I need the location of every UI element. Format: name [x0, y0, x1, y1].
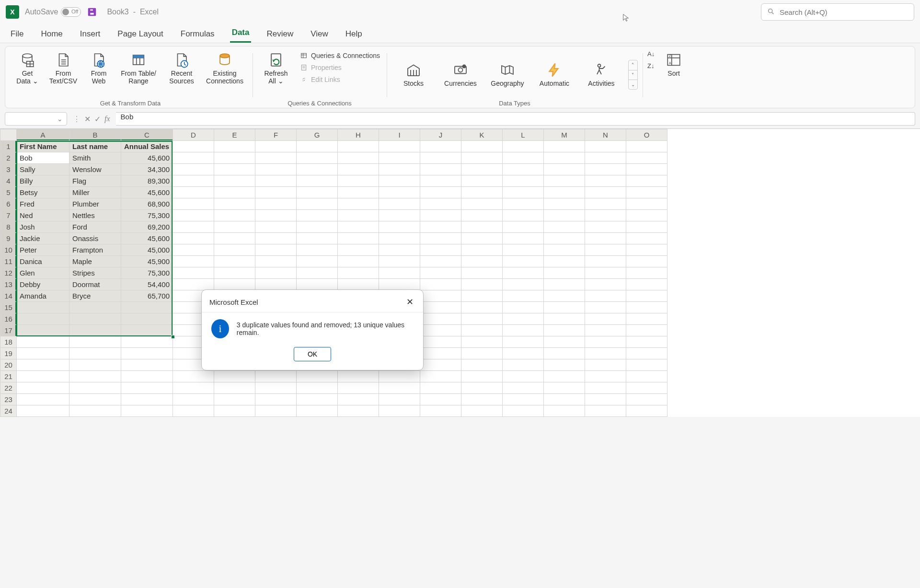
- cell-D10[interactable]: [173, 244, 214, 256]
- cell-B9[interactable]: Onassis: [69, 233, 121, 244]
- cell-O5[interactable]: [626, 187, 667, 198]
- cell-F1[interactable]: [255, 141, 297, 152]
- data-type-automatic-button[interactable]: Automatic: [532, 60, 576, 88]
- autosave-toggle[interactable]: AutoSave Off: [25, 7, 81, 17]
- cell-J18[interactable]: [420, 336, 461, 348]
- cell-L21[interactable]: [503, 371, 544, 382]
- from-table--range-button[interactable]: From Table/Range: [115, 50, 161, 86]
- get-data-button[interactable]: GetData ⌄: [13, 50, 42, 86]
- cell-L19[interactable]: [503, 348, 544, 359]
- cell-G9[interactable]: [297, 233, 338, 244]
- cell-I11[interactable]: [379, 256, 420, 267]
- cell-M21[interactable]: [544, 371, 585, 382]
- cell-H12[interactable]: [338, 267, 379, 279]
- cell-O14[interactable]: [626, 290, 667, 302]
- cell-F4[interactable]: [255, 175, 297, 187]
- cell-B23[interactable]: [69, 394, 121, 405]
- cell-L5[interactable]: [503, 187, 544, 198]
- cell-M8[interactable]: [544, 221, 585, 233]
- cell-A10[interactable]: Peter: [17, 244, 69, 256]
- cell-I1[interactable]: [379, 141, 420, 152]
- cell-E6[interactable]: [214, 198, 255, 210]
- cell-F7[interactable]: [255, 210, 297, 221]
- cell-N17[interactable]: [585, 325, 626, 336]
- cell-J12[interactable]: [420, 267, 461, 279]
- cell-J13[interactable]: [420, 279, 461, 290]
- cell-G22[interactable]: [297, 382, 338, 394]
- cell-C17[interactable]: [121, 325, 173, 336]
- cell-C10[interactable]: 45,000: [121, 244, 173, 256]
- cell-K13[interactable]: [461, 279, 503, 290]
- cell-L23[interactable]: [503, 394, 544, 405]
- tab-review[interactable]: Review: [264, 26, 295, 43]
- cell-L12[interactable]: [503, 267, 544, 279]
- cell-N4[interactable]: [585, 175, 626, 187]
- cell-H7[interactable]: [338, 210, 379, 221]
- sort-button[interactable]: ZA Sort: [660, 50, 687, 78]
- cell-J17[interactable]: [420, 325, 461, 336]
- cell-A3[interactable]: Sally: [17, 164, 69, 175]
- cell-C2[interactable]: 45,600: [121, 152, 173, 164]
- row-header-5[interactable]: 5: [0, 187, 17, 198]
- cell-A14[interactable]: Amanda: [17, 290, 69, 302]
- cell-J5[interactable]: [420, 187, 461, 198]
- data-types-scroll[interactable]: ˄ ˅ ⌄: [628, 60, 638, 90]
- cell-O10[interactable]: [626, 244, 667, 256]
- tab-help[interactable]: Help: [344, 26, 364, 43]
- cell-H22[interactable]: [338, 382, 379, 394]
- cell-J14[interactable]: [420, 290, 461, 302]
- cell-B13[interactable]: Doormat: [69, 279, 121, 290]
- cell-F24[interactable]: [255, 405, 297, 417]
- cell-D23[interactable]: [173, 394, 214, 405]
- cell-A18[interactable]: [17, 336, 69, 348]
- row-header-16[interactable]: 16: [0, 313, 17, 325]
- cell-A5[interactable]: Betsy: [17, 187, 69, 198]
- cell-G6[interactable]: [297, 198, 338, 210]
- cell-O8[interactable]: [626, 221, 667, 233]
- sort-asc-button[interactable]: A↓: [647, 50, 655, 58]
- col-header-A[interactable]: A: [17, 129, 69, 141]
- cell-O21[interactable]: [626, 371, 667, 382]
- cell-A4[interactable]: Billy: [17, 175, 69, 187]
- cell-A8[interactable]: Josh: [17, 221, 69, 233]
- cell-K9[interactable]: [461, 233, 503, 244]
- cell-O15[interactable]: [626, 302, 667, 313]
- data-type-geography-button[interactable]: Geography: [485, 60, 529, 88]
- tab-insert[interactable]: Insert: [78, 26, 103, 43]
- cell-E7[interactable]: [214, 210, 255, 221]
- cell-M4[interactable]: [544, 175, 585, 187]
- cell-N5[interactable]: [585, 187, 626, 198]
- cell-K10[interactable]: [461, 244, 503, 256]
- cell-I22[interactable]: [379, 382, 420, 394]
- chevron-up-icon[interactable]: ˄: [629, 60, 637, 70]
- cell-B11[interactable]: Maple: [69, 256, 121, 267]
- cell-C21[interactable]: [121, 371, 173, 382]
- cell-K15[interactable]: [461, 302, 503, 313]
- cell-G23[interactable]: [297, 394, 338, 405]
- cell-O4[interactable]: [626, 175, 667, 187]
- cell-F21[interactable]: [255, 371, 297, 382]
- tab-page-layout[interactable]: Page Layout: [115, 26, 165, 43]
- cell-M23[interactable]: [544, 394, 585, 405]
- cell-F2[interactable]: [255, 152, 297, 164]
- cell-N16[interactable]: [585, 313, 626, 325]
- cell-J6[interactable]: [420, 198, 461, 210]
- row-header-21[interactable]: 21: [0, 371, 17, 382]
- cell-B15[interactable]: [69, 302, 121, 313]
- cell-O2[interactable]: [626, 152, 667, 164]
- cell-D5[interactable]: [173, 187, 214, 198]
- cell-L9[interactable]: [503, 233, 544, 244]
- cell-A24[interactable]: [17, 405, 69, 417]
- cell-N14[interactable]: [585, 290, 626, 302]
- toggle-switch[interactable]: Off: [61, 7, 81, 17]
- cell-L2[interactable]: [503, 152, 544, 164]
- cell-D6[interactable]: [173, 198, 214, 210]
- cell-B10[interactable]: Frampton: [69, 244, 121, 256]
- row-header-23[interactable]: 23: [0, 394, 17, 405]
- cell-C22[interactable]: [121, 382, 173, 394]
- cell-I6[interactable]: [379, 198, 420, 210]
- cell-I21[interactable]: [379, 371, 420, 382]
- cell-L24[interactable]: [503, 405, 544, 417]
- cell-C12[interactable]: 75,300: [121, 267, 173, 279]
- cell-I23[interactable]: [379, 394, 420, 405]
